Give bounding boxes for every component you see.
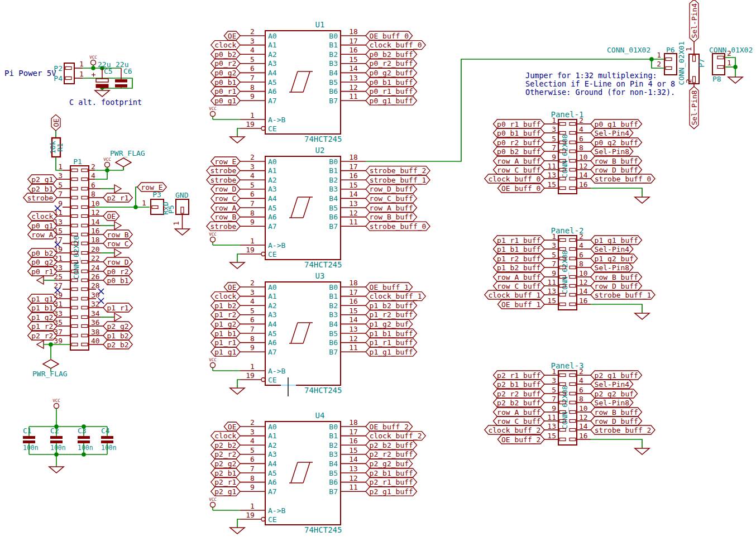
pin-P1-18[interactable]: 18 [89, 236, 103, 244]
net-label-row_B_buff[interactable]: row_B_buff [591, 272, 642, 281]
net-label-row_C[interactable]: row_C [211, 194, 240, 203]
pin-Panel-2-14[interactable]: 14 [577, 287, 591, 295]
pin-Panel-1-13[interactable]: 13 [544, 171, 558, 179]
vcc-circle-icon[interactable]: VCC [103, 157, 111, 170]
net-label-strobe[interactable]: strobe [207, 222, 240, 231]
pin-Panel-2-15[interactable]: 15 [544, 296, 558, 305]
net-label-Sel-Pin8[interactable]: Sel-Pin8 [591, 263, 633, 272]
net-label-p0_b2_buff[interactable]: p0_b2_buff [494, 147, 545, 156]
component-P3[interactable]: 1P3RxD [142, 190, 170, 215]
pin-Panel-3-16[interactable]: 16 [577, 432, 591, 440]
net-label-p0_r1[interactable]: p0_r1 [211, 87, 240, 96]
net-label-strobe_buff_2[interactable]: strobe_buff_2 [591, 425, 655, 434]
gnd-triangle-icon[interactable] [635, 313, 649, 319]
net-label-p2_r1_buff[interactable]: p2_r1_buff [494, 371, 545, 380]
net-label-p1_b1[interactable]: p1_b1 [211, 329, 240, 338]
net-label-Sel-Pin4[interactable]: Sel-Pin4 [591, 128, 633, 137]
pin-Panel-1-10[interactable]: 10 [577, 153, 591, 161]
pin-Panel-1-12[interactable]: 12 [577, 162, 591, 170]
net-label-p2_g1[interactable]: p2_g1 [28, 175, 57, 184]
component-R1[interactable]: 10kR1 [49, 131, 64, 157]
net-label-p0_g1[interactable]: p0_g1 [28, 221, 57, 230]
net-label-p0_r1[interactable]: p0_r1 [28, 267, 57, 276]
wire-Panel-1-gnd[interactable] [591, 188, 642, 197]
net-label-p2_b2[interactable]: p2_b2 [103, 340, 132, 349]
component-P5[interactable]: P5GND1 [167, 191, 189, 229]
net-label-p2_g1_buff[interactable]: p2_g1_buff [366, 487, 417, 496]
net-label-OE_buff_0[interactable]: OE_buff_0 [366, 31, 413, 40]
net-label-strobe_buff_2[interactable]: strobe_buff_2 [366, 166, 430, 175]
net-label-clock_buff_1[interactable]: clock_buff_1 [485, 290, 544, 299]
pin-P1-26[interactable]: 26 [89, 272, 103, 281]
net-label-clock[interactable]: clock [211, 432, 240, 441]
pin-Panel-2-13[interactable]: 13 [544, 287, 558, 295]
net-label-p0_b1_buff[interactable]: p0_b1_buff [366, 78, 417, 87]
wire-Panel-3-gnd[interactable] [591, 439, 642, 448]
gnd-triangle-icon[interactable] [230, 137, 245, 143]
gnd-triangle-icon[interactable] [635, 448, 649, 454]
net-label-row_A[interactable]: row_A [28, 230, 57, 239]
net-label-OE_buff_0[interactable]: OE_buff_0 [497, 184, 544, 193]
net-label-p1_b1_buff[interactable]: p1_b1_buff [366, 329, 417, 338]
net-label-OE_buff_2[interactable]: OE_buff_2 [497, 435, 544, 444]
vcc-circle-icon[interactable]: VCC [209, 497, 217, 510]
component-C3[interactable]: C3100n [78, 427, 93, 454]
net-label-row_A_buff[interactable]: row_A_buff [494, 272, 545, 281]
open-arrow-icon[interactable] [37, 276, 44, 284]
net-label-p1_g2[interactable]: p1_g2 [211, 319, 240, 328]
pin-P1-16[interactable]: 16 [89, 227, 103, 235]
net-label-p0_g1_buff[interactable]: p0_g1_buff [591, 119, 642, 128]
pin-P1-24[interactable]: 24 [89, 264, 103, 272]
gnd-triangle-icon[interactable] [230, 528, 245, 534]
net-label-Sel-Pin8[interactable]: Sel-Pin8 [591, 147, 633, 156]
pin-Panel-3-14[interactable]: 14 [577, 422, 591, 430]
pin-P1-5[interactable]: 5 [57, 181, 70, 189]
net-label-p2_b2_buff[interactable]: p2_b2_buff [494, 398, 545, 407]
net-label-p1_g1_buff[interactable]: p1_g1_buff [591, 236, 642, 245]
pin-Panel-1-7[interactable]: 7 [544, 143, 558, 152]
net-label-p1_g2[interactable]: p1_g2 [28, 313, 57, 322]
pin-Panel-2-6[interactable]: 6 [577, 251, 591, 259]
pin-Panel-3-10[interactable]: 10 [577, 404, 591, 413]
net-label-row_C_buff[interactable]: row_C_buff [494, 416, 545, 425]
pin-Panel-1-8[interactable]: 8 [577, 143, 591, 152]
net-label-row_B_buff[interactable]: row_B_buff [366, 213, 417, 222]
net-label-p1_g1[interactable]: p1_g1 [28, 294, 57, 303]
pwr-flag-diamond-icon[interactable]: PWR_FLAG [110, 149, 145, 170]
open-arrow-icon[interactable] [37, 341, 44, 348]
net-label-clock[interactable]: clock [211, 41, 240, 50]
net-label-p2_b2[interactable]: p2_b2 [211, 441, 240, 449]
pin-Panel-1-9[interactable]: 9 [544, 153, 558, 161]
net-label-clock_buff_2[interactable]: clock_buff_2 [366, 432, 425, 441]
pin-Panel-3-13[interactable]: 13 [544, 422, 558, 430]
net-label-p0_b1_buff[interactable]: p0_b1_buff [494, 128, 545, 137]
pin-P1-7[interactable]: 7 [57, 190, 70, 198]
net-label-p1_b1[interactable]: p1_b1 [28, 303, 57, 312]
net-label-row_A_buff[interactable]: row_A_buff [494, 408, 545, 416]
open-arrow-icon[interactable] [114, 249, 121, 257]
net-label-p0_r2[interactable]: p0_r2 [211, 59, 240, 68]
net-label-p0_r1_buff[interactable]: p0_r1_buff [494, 119, 545, 128]
gnd-triangle-icon[interactable] [49, 467, 64, 473]
pin-P1-36[interactable]: 36 [89, 318, 103, 327]
pin-Panel-1-6[interactable]: 6 [577, 135, 591, 143]
vcc-circle-icon[interactable]: VCC [89, 55, 97, 68]
pin-U3-18[interactable]: 18B0 [329, 279, 366, 291]
net-label-p2_b1_buff[interactable]: p2_b1_buff [494, 380, 545, 389]
pin-Panel-3-4[interactable]: 4 [577, 376, 591, 385]
pin-Panel-2-7[interactable]: 7 [544, 260, 558, 268]
net-label-p0_b2_buff[interactable]: p0_b2_buff [366, 50, 417, 59]
pin-Panel-2-11[interactable]: 11 [544, 278, 558, 286]
pin-Panel-2-5[interactable]: 5 [544, 251, 558, 259]
net-label-p2_r2_buff[interactable]: p2_r2_buff [366, 450, 417, 459]
component-P8[interactable]: P8CONN_01X0221 [709, 46, 753, 83]
vcc-circle-icon[interactable]: VCC [209, 357, 217, 371]
net-label-p1_b2_buff[interactable]: p1_b2_buff [366, 301, 417, 310]
gnd-triangle-icon[interactable] [230, 262, 245, 269]
net-label-strobe_buff_1[interactable]: strobe_buff_1 [366, 175, 430, 184]
pin-Panel-2-8[interactable]: 8 [577, 260, 591, 268]
net-label-p0_b1[interactable]: p0_b1 [211, 78, 240, 87]
net-label-Sel-Pin8[interactable]: Sel-Pin8 [690, 87, 698, 129]
net-label-p2_r2[interactable]: p2_r2 [211, 450, 240, 459]
net-label-row_C[interactable]: row_C [103, 239, 132, 248]
